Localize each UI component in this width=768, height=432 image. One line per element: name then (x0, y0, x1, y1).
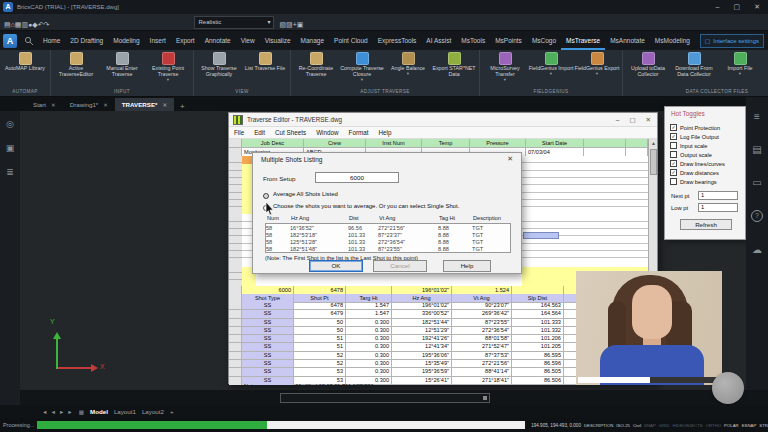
cell[interactable]: 50 (294, 319, 346, 327)
shots-listing-box[interactable]: 5816°36'52"96.56272°21'56"8.88TGT58182°5… (265, 223, 511, 253)
cell[interactable]: 101.205 (512, 343, 564, 351)
cell[interactable]: 271°52'47" (452, 343, 512, 351)
ribbon-tab-expresstools[interactable]: ExpressTools (373, 31, 422, 50)
cell[interactable]: 272°21'56" (452, 360, 512, 368)
cell[interactable]: 12°41'34" (392, 343, 452, 351)
ribbon-tab-point-cloud[interactable]: Point Cloud (329, 31, 373, 50)
scrollbar-thumb[interactable] (650, 149, 657, 175)
add-layout-button[interactable]: + (170, 408, 174, 415)
command-input[interactable] (280, 393, 490, 403)
dropdown-arrow-icon[interactable]: ▾ (596, 72, 598, 76)
ribbon-tab-insert[interactable]: Insert (145, 31, 171, 50)
dropdown-arrow-icon[interactable]: ▾ (504, 78, 506, 82)
ribbon-tab-manage[interactable]: Manage (296, 31, 330, 50)
layout-nav-arrow[interactable]: ◄ (42, 409, 47, 415)
scroll-up-icon[interactable]: ▲ (649, 139, 657, 148)
cell[interactable]: 53 (294, 368, 346, 376)
cell[interactable]: 164.563 (512, 302, 564, 310)
cell[interactable]: SS (242, 360, 294, 368)
cell[interactable]: 1.547 (346, 310, 392, 318)
ribbon-tab-msmodeling[interactable]: MsModeling (650, 31, 695, 50)
show-traverse-graphically-button[interactable]: Show Traverse Graphically (196, 51, 242, 88)
cell[interactable]: 0.300 (346, 343, 392, 351)
ribbon-tab-mstools[interactable]: MsTools (456, 31, 490, 50)
cloud-icon[interactable]: ☁ (752, 244, 762, 255)
status-field-description[interactable]: DESCRIPTION (584, 423, 613, 428)
re-coordinate-traverse-button[interactable]: Re-Coordinate Traverse (293, 51, 339, 88)
cell[interactable]: 195°36'59" (392, 368, 452, 376)
traverse-editor-titlebar[interactable]: Traverse Editor - TRAVERSE.dwg – ▢ ✕ (229, 113, 657, 127)
ribbon-tab-visualize[interactable]: Visualize (260, 31, 296, 50)
cell[interactable]: 52 (294, 352, 346, 360)
list-traverse-file-button[interactable]: List Traverse File (242, 51, 288, 88)
cell[interactable]: 86.505 (512, 368, 564, 376)
download-from-data-collector-button[interactable]: Download From Data Collector (671, 51, 717, 88)
cell[interactable]: 0.300 (346, 368, 392, 376)
cell[interactable]: 88°41'14" (452, 368, 512, 376)
cell[interactable]: 0.300 (346, 352, 392, 360)
cell[interactable]: 86.595 (512, 352, 564, 360)
cell[interactable]: 192°41'26" (392, 335, 452, 343)
doc-tab-drawing1[interactable]: Drawing1*✕ (63, 98, 115, 111)
cell[interactable]: 0.300 (346, 360, 392, 368)
te-minimize-button[interactable]: – (616, 116, 620, 124)
compute-traverse-closure-button[interactable]: Compute Traverse Closure▾ (339, 51, 385, 88)
status-field-civil[interactable]: Civil (633, 423, 641, 428)
layers-icon[interactable]: ≣ (6, 167, 14, 177)
cell[interactable]: SS (242, 335, 294, 343)
cell[interactable]: SS (242, 343, 294, 351)
sliders-icon[interactable]: ≡ (754, 111, 760, 122)
close-button[interactable]: ✕ (754, 3, 760, 11)
low-pt-input[interactable]: 1 (698, 203, 738, 212)
cell[interactable]: 0.300 (346, 335, 392, 343)
close-icon[interactable]: ✕ (103, 102, 108, 108)
dropdown-arrow-icon[interactable]: ▾ (361, 78, 363, 82)
cell[interactable]: 101.333 (512, 319, 564, 327)
ok-button[interactable]: OK (309, 260, 363, 272)
angle-balance-button[interactable]: Angle Balance▾ (385, 51, 431, 88)
listing-row[interactable]: 58125°51'28"101.33272°36'54"8.88TGT (266, 239, 510, 246)
status-field-strack[interactable]: STRACK (759, 423, 768, 428)
menu-file[interactable]: File (234, 129, 244, 136)
frame-icon[interactable]: ▣ (6, 143, 15, 153)
selected-cell[interactable] (523, 232, 559, 239)
checkbox-icon[interactable] (670, 142, 677, 149)
layout-tab-layout2[interactable]: Layout2 (142, 408, 164, 415)
cell[interactable]: 6479 (294, 310, 346, 318)
cell[interactable]: SS (242, 352, 294, 360)
checkbox-icon[interactable] (670, 178, 677, 185)
dropdown-arrow-icon[interactable]: ▾ (407, 72, 409, 76)
cell[interactable]: 15°35'49" (392, 360, 452, 368)
checkbox-icon[interactable]: ✓ (670, 133, 677, 140)
ribbon-tab-mspoints[interactable]: MsPoints (490, 31, 527, 50)
cell[interactable]: 12°51'29" (392, 327, 452, 335)
cell[interactable]: 51 (294, 343, 346, 351)
status-field-ortho[interactable]: ORTHO (706, 423, 721, 428)
capsule-icon[interactable]: ▭ (752, 177, 761, 188)
cell[interactable]: 269°36'42" (452, 310, 512, 318)
qat-tool-icon[interactable]: ↷ (44, 21, 50, 28)
status-field-esnap[interactable]: ESNAP (742, 423, 757, 428)
cell[interactable]: 86.596 (512, 360, 564, 368)
status-field-snap[interactable]: SNAP (644, 423, 656, 428)
ribbon-tab-view[interactable]: View (236, 31, 260, 50)
cell[interactable]: 195°36'06" (392, 352, 452, 360)
model-tab[interactable]: Model (90, 408, 108, 415)
cell[interactable]: SS (242, 319, 294, 327)
maximize-button[interactable]: ▢ (734, 3, 741, 11)
import-file-button[interactable]: Import File▾ (717, 51, 763, 88)
hot-toggle-log-file-output[interactable]: ✓Log File Output (670, 132, 743, 141)
cell[interactable]: 50 (294, 327, 346, 335)
dropdown-arrow-icon[interactable]: ▾ (739, 72, 741, 76)
cell[interactable]: 1.547 (346, 302, 392, 310)
ribbon-tab-export[interactable]: Export (171, 31, 200, 50)
doc-tab-start[interactable]: Start✕ (26, 98, 63, 111)
active-traverse-editor-button[interactable]: Active TraverseEditor (53, 51, 99, 88)
ribbon-tab-msannotate[interactable]: MsAnnotate (605, 31, 650, 50)
cell[interactable]: SS (242, 302, 294, 310)
hot-toggle-point-protection[interactable]: ✓Point Protection (670, 123, 743, 132)
checkbox-icon[interactable]: ✓ (670, 124, 677, 131)
cell[interactable]: 90°23'07" (452, 302, 512, 310)
layout-nav-arrow[interactable]: ► (59, 409, 64, 415)
search-icon[interactable] (24, 36, 34, 46)
